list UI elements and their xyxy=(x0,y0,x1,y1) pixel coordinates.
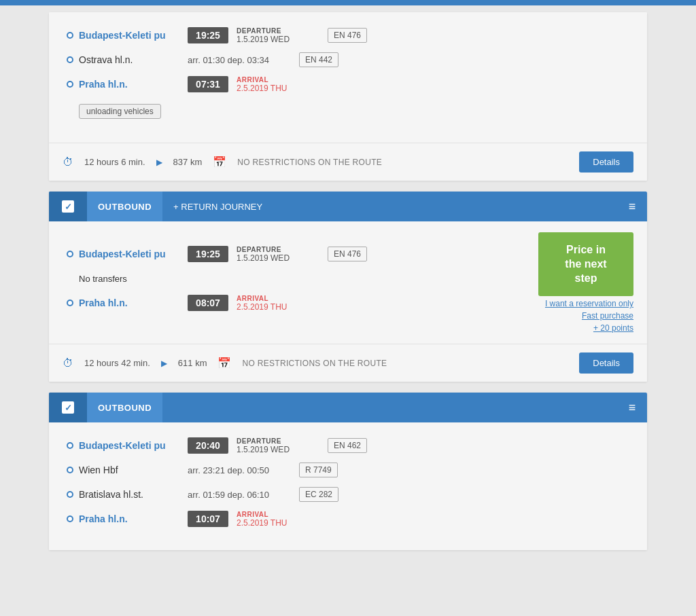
journey-card-3: ✓OUTBOUND≡Budapest-Keleti pu20:40DEPARTU… xyxy=(49,393,647,550)
top-blue-bar xyxy=(0,0,696,5)
route-container: Budapest-Keleti pu20:40DEPARTURE1.5.2019… xyxy=(63,433,633,531)
distance-text: 611 km xyxy=(178,358,207,368)
route-section: Budapest-Keleti pu19:25DEPARTURE1.5.2019… xyxy=(63,242,538,323)
train-badge: R 7749 xyxy=(299,463,338,477)
route-dot xyxy=(67,300,73,306)
route-and-price: Budapest-Keleti pu20:40DEPARTURE1.5.2019… xyxy=(63,433,633,539)
calendar-icon: 📅 xyxy=(213,156,226,168)
route-row: Budapest-Keleti pu19:25DEPARTURE1.5.2019… xyxy=(79,242,538,266)
duration-text: 12 hours 6 min. xyxy=(84,157,145,167)
route-dot xyxy=(67,81,73,88)
route-row: Ostrava hl.n.arr. 01:30 dep. 03:34EN 442 xyxy=(79,48,633,72)
dep-arr-info: DEPARTURE1.5.2019 WED xyxy=(237,437,325,454)
route-dot xyxy=(67,442,73,449)
station-name: Bratislava hl.st. xyxy=(79,489,188,500)
journey-footer: ⏱12 hours 42 min.▶611 km📅NO RESTRICTIONS… xyxy=(49,344,647,382)
route-row: Wien Hbfarr. 23:21 dep. 00:50R 7749 xyxy=(79,458,633,482)
route-dot xyxy=(67,251,73,257)
dep-arr-label: DEPARTURE xyxy=(237,437,325,445)
journey-body: Budapest-Keleti pu19:25DEPARTURE1.5.2019… xyxy=(49,221,647,344)
station-name: Budapest-Keleti pu xyxy=(79,440,188,451)
route-and-price: Budapest-Keleti pu19:25DEPARTURE1.5.2019… xyxy=(63,23,633,132)
check-icon: ✓ xyxy=(65,202,72,212)
time-badge: 19:25 xyxy=(188,246,228,262)
card-header: ✓OUTBOUND≡ xyxy=(49,393,647,422)
dep-arr-date: 1.5.2019 WED xyxy=(237,253,325,263)
price-button[interactable]: Price in the next step xyxy=(538,232,633,296)
clock-icon: ⏱ xyxy=(63,357,73,369)
journey-body: Budapest-Keleti pu19:25DEPARTURE1.5.2019… xyxy=(49,12,647,143)
dep-arr-label: DEPARTURE xyxy=(237,27,325,35)
dep-arr-info: ARRIVAL2.5.2019 THU xyxy=(237,511,325,528)
station-name: No transfers xyxy=(79,274,127,284)
right-panel: Price in the next stepI want a reservati… xyxy=(538,232,633,333)
dep-arr-date: 1.5.2019 WED xyxy=(237,35,325,44)
route-row: Budapest-Keleti pu20:40DEPARTURE1.5.2019… xyxy=(79,433,633,458)
outbound-label: OUTBOUND xyxy=(87,192,162,221)
menu-icon[interactable]: ≡ xyxy=(617,393,647,422)
route-row: Praha hl.n.08:07ARRIVAL2.5.2019 THU xyxy=(79,291,538,315)
reservation-link[interactable]: I want a reservation only xyxy=(545,299,633,308)
details-button[interactable]: Details xyxy=(579,352,633,374)
train-badge: EC 282 xyxy=(299,487,338,502)
route-container: Budapest-Keleti pu19:25DEPARTURE1.5.2019… xyxy=(63,242,538,315)
journey-body: Budapest-Keleti pu20:40DEPARTURE1.5.2019… xyxy=(49,422,647,550)
journey-card-1: Budapest-Keleti pu19:25DEPARTURE1.5.2019… xyxy=(49,12,647,181)
dep-arr-date: 2.5.2019 THU xyxy=(237,302,325,312)
checkbox[interactable]: ✓ xyxy=(62,200,74,213)
dep-arr-label: ARRIVAL xyxy=(237,76,325,84)
restrictions-text: NO RESTRICTIONS ON THE ROUTE xyxy=(242,359,568,368)
distance-text: 837 km xyxy=(173,157,203,167)
route-row: Bratislava hl.st.arr. 01:59 dep. 06:10EC… xyxy=(79,482,633,507)
dep-arr-info: ARRIVAL2.5.2019 THU xyxy=(237,295,325,312)
tag-row: unloading vehicles xyxy=(79,99,633,124)
checkbox-box[interactable]: ✓ xyxy=(49,393,87,422)
route-dot xyxy=(67,491,73,498)
unloading-tag: unloading vehicles xyxy=(79,104,161,119)
clock-icon: ⏱ xyxy=(63,156,73,168)
fast-purchase-link[interactable]: Fast purchase xyxy=(582,311,633,321)
arr-dep-inline: arr. 01:59 dep. 06:10 xyxy=(188,490,296,500)
route-container: Budapest-Keleti pu19:25DEPARTURE1.5.2019… xyxy=(63,23,633,124)
route-section: Budapest-Keleti pu20:40DEPARTURE1.5.2019… xyxy=(63,433,633,539)
check-icon: ✓ xyxy=(65,403,72,413)
route-row: Praha hl.n.07:31ARRIVAL2.5.2019 THU xyxy=(79,72,633,96)
time-badge: 20:40 xyxy=(188,437,228,454)
checkbox-box[interactable]: ✓ xyxy=(49,192,87,221)
arr-dep-inline: arr. 23:21 dep. 00:50 xyxy=(188,465,296,475)
time-badge: 07:31 xyxy=(188,76,228,92)
time-badge: 10:07 xyxy=(188,511,228,527)
restrictions-text: NO RESTRICTIONS ON THE ROUTE xyxy=(237,158,568,167)
page-wrapper: Budapest-Keleti pu19:25DEPARTURE1.5.2019… xyxy=(42,5,654,568)
route-dot xyxy=(67,467,73,473)
station-name: Praha hl.n. xyxy=(79,513,188,524)
station-name: Ostrava hl.n. xyxy=(79,54,188,65)
points-link[interactable]: + 20 points xyxy=(593,323,633,333)
calendar-icon: 📅 xyxy=(218,357,231,369)
time-badge: 08:07 xyxy=(188,295,228,311)
station-name: Wien Hbf xyxy=(79,465,188,475)
return-journey-button[interactable]: + RETURN JOURNEY xyxy=(162,192,617,221)
distance-icon: ▶ xyxy=(156,158,162,167)
outbound-label: OUTBOUND xyxy=(87,393,162,422)
station-name: Praha hl.n. xyxy=(79,297,188,308)
menu-icon[interactable]: ≡ xyxy=(617,192,647,221)
route-row: Praha hl.n.10:07ARRIVAL2.5.2019 THU xyxy=(79,507,633,531)
distance-icon: ▶ xyxy=(161,359,167,368)
train-badge: EN 476 xyxy=(328,28,367,43)
dep-arr-date: 1.5.2019 WED xyxy=(237,445,325,454)
journey-card-2: ✓OUTBOUND+ RETURN JOURNEY≡Budapest-Kelet… xyxy=(49,192,647,382)
route-section: Budapest-Keleti pu19:25DEPARTURE1.5.2019… xyxy=(63,23,633,132)
journey-footer: ⏱12 hours 6 min.▶837 km📅NO RESTRICTIONS … xyxy=(49,143,647,181)
dep-arr-info: DEPARTURE1.5.2019 WED xyxy=(237,246,325,263)
station-name: Budapest-Keleti pu xyxy=(79,249,188,259)
arr-dep-inline: arr. 01:30 dep. 03:34 xyxy=(188,55,296,65)
details-button[interactable]: Details xyxy=(579,151,633,173)
duration-text: 12 hours 42 min. xyxy=(84,358,150,368)
dep-arr-date: 2.5.2019 THU xyxy=(237,84,325,93)
train-badge: EN 462 xyxy=(328,438,367,453)
dep-arr-info: ARRIVAL2.5.2019 THU xyxy=(237,76,325,93)
train-badge: EN 442 xyxy=(299,52,338,67)
time-badge: 19:25 xyxy=(188,27,228,43)
checkbox[interactable]: ✓ xyxy=(62,401,74,414)
